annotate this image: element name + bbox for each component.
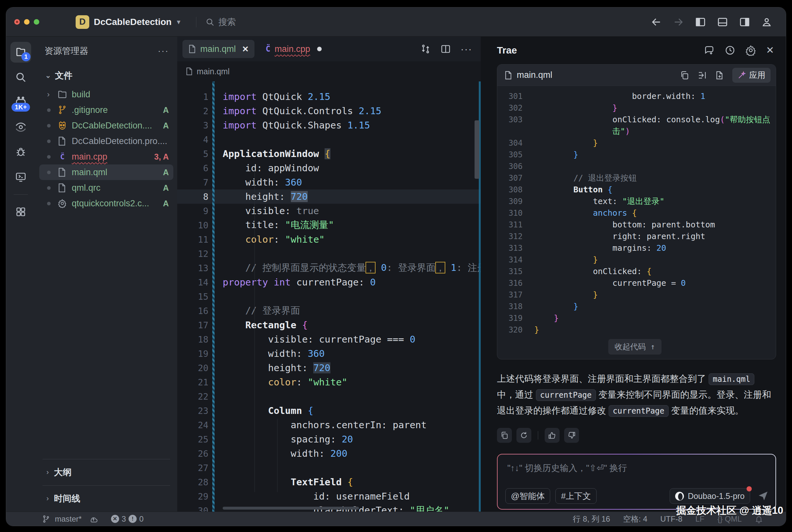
code-line-303[interactable]: 303 onClicked: console.log("帮助按钮点击") (497, 114, 773, 137)
compare-changes-icon[interactable] (420, 44, 431, 54)
gear-icon[interactable] (745, 45, 756, 56)
split-editor-icon[interactable] (440, 44, 451, 54)
code-line-3[interactable]: 3import QtQuick.Shapes 1.15 (177, 118, 481, 132)
code-line-4[interactable]: 4 (177, 132, 481, 147)
code-line-315[interactable]: 315 onClicked: { (497, 266, 773, 277)
thumbs-down-button[interactable] (564, 428, 579, 443)
breadcrumb[interactable]: main.qml (177, 61, 481, 81)
code-line-15[interactable]: 15 (177, 289, 481, 304)
problems-indicator[interactable]: ✕ 3 ! 0 (111, 514, 144, 524)
agent-chip[interactable]: @智能体 (505, 488, 550, 504)
thumbs-up-button[interactable] (545, 428, 559, 443)
code-line-16[interactable]: 16 // 登录界面 (177, 304, 481, 318)
code-line-21[interactable]: 21 color: "white" (177, 375, 481, 389)
new-file-icon[interactable] (715, 70, 724, 80)
code-line-318[interactable]: 318 } (497, 301, 773, 312)
code-line-19[interactable]: 19 width: 360 (177, 346, 481, 361)
context-chip[interactable]: #上下文 (555, 488, 596, 504)
code-line-311[interactable]: 311 bottom: parent.bottom (497, 219, 773, 231)
horizontal-scrollbar[interactable] (223, 507, 359, 510)
code-line-313[interactable]: 313 margins: 20 (497, 242, 773, 254)
code-line-305[interactable]: 305 } (497, 149, 773, 160)
sidebar-item-preview[interactable] (11, 117, 31, 137)
code-line-320[interactable]: 320} (497, 324, 773, 336)
code-line-23[interactable]: 23 Column { (177, 403, 481, 418)
timeline-section-header[interactable]: › 时间线 (35, 486, 177, 512)
cursor-position[interactable]: 行 8, 列 16 (573, 514, 610, 524)
code-line-308[interactable]: 308 Button { (497, 184, 773, 196)
code-line-12[interactable]: 12 (177, 247, 481, 261)
toggle-right-panel-button[interactable] (739, 17, 750, 27)
insert-code-icon[interactable] (697, 70, 707, 80)
more-actions-icon[interactable]: ··· (461, 43, 472, 55)
nav-back-button[interactable] (651, 17, 662, 27)
close-tab-icon[interactable]: ✕ (242, 44, 249, 54)
code-line-312[interactable]: 312 right: parent.right (497, 231, 773, 242)
code-line-307[interactable]: 307 // 退出登录按钮 (497, 172, 773, 184)
sidebar-item-debug[interactable] (11, 142, 31, 163)
code-line-314[interactable]: 314 } (497, 254, 773, 266)
code-line-13[interactable]: 13 // 控制界面显示的状态变量， 0: 登录界面， 1: 注册界面， (177, 261, 481, 275)
apply-code-button[interactable]: 应用 (732, 68, 771, 83)
tab-main-qml[interactable]: main.qml ✕ (182, 40, 255, 58)
code-line-11[interactable]: 11 color: "white" (177, 232, 481, 247)
code-line-20[interactable]: 20 height: 720 (177, 361, 481, 375)
file-tree-item-build[interactable]: ›build (39, 87, 173, 102)
file-tree-item-dccabledetection-pro-[interactable]: DcCableDetection.pro.... (39, 133, 173, 149)
regenerate-button[interactable] (516, 428, 531, 443)
sidebar-item-terminal[interactable] (11, 167, 31, 188)
nav-forward-button[interactable] (673, 17, 684, 27)
code-line-26[interactable]: 26 width: 200 (177, 446, 481, 461)
sidebar-item-explorer[interactable]: 1 (11, 42, 31, 63)
sidebar-item-extensions[interactable] (11, 202, 31, 222)
files-section-header[interactable]: ⌄ 文件 (35, 57, 177, 81)
toggle-left-panel-button[interactable] (695, 17, 706, 27)
close-panel-icon[interactable]: ✕ (766, 44, 774, 56)
code-line-2[interactable]: 2import QtQuick.Controls 2.15 (177, 104, 481, 118)
new-chat-icon[interactable] (704, 45, 715, 56)
file-tree-item-qml-qrc[interactable]: qml.qrcA (39, 180, 173, 196)
code-editor[interactable]: 1import QtQuick 2.152import QtQuick.Cont… (177, 81, 481, 512)
code-line-319[interactable]: 319 } (497, 312, 773, 324)
outline-section-header[interactable]: › 大纲 (35, 459, 177, 485)
code-line-310[interactable]: 310 anchors { (497, 207, 773, 219)
code-line-304[interactable]: 304 } (497, 137, 773, 149)
code-line-317[interactable]: 317 } (497, 289, 773, 301)
code-line-14[interactable]: 14property int currentPage: 0 (177, 275, 481, 289)
code-line-25[interactable]: 25 spacing: 20 (177, 432, 481, 446)
code-line-302[interactable]: 302 } (497, 102, 773, 114)
indentation[interactable]: 空格: 4 (623, 514, 648, 524)
file-tree-item-dccabledetection-[interactable]: DcCableDetection....A (39, 118, 173, 133)
code-line-316[interactable]: 316 currentPage = 0 (497, 277, 773, 289)
account-icon[interactable] (761, 17, 772, 27)
sidebar-item-search[interactable] (11, 67, 31, 88)
collapse-code-button[interactable]: 收起代码 ↑ (608, 339, 662, 355)
global-search[interactable]: 搜索 (205, 16, 236, 28)
history-icon[interactable] (724, 45, 736, 56)
code-line-9[interactable]: 9 visible: true (177, 204, 481, 218)
code-line-28[interactable]: 28 TextField { (177, 475, 481, 489)
project-switcher[interactable]: D DcCableDetection ▾ (76, 15, 181, 29)
code-line-18[interactable]: 18 visible: currentPage === 0 (177, 332, 481, 346)
maximize-window-button[interactable] (34, 19, 39, 25)
toggle-bottom-panel-button[interactable] (717, 17, 728, 27)
code-line-309[interactable]: 309 text: "退出登录" (497, 196, 773, 207)
sync-icon[interactable] (89, 514, 98, 524)
tab-main-cpp[interactable]: C̈ main.cpp (265, 44, 321, 54)
code-line-29[interactable]: 29 id: usernameField (177, 489, 481, 504)
copy-icon[interactable] (680, 70, 689, 80)
sidebar-item-ai-agent[interactable]: 1K+ (11, 92, 31, 113)
chat-input-box[interactable]: "↑↓" 切换历史输入，"⇧⏎" 换行 @智能体 #上下文 Doubao-1.5… (497, 454, 776, 510)
sidebar-more-button[interactable]: ··· (158, 46, 169, 56)
code-line-10[interactable]: 10 title: "电流测量" (177, 218, 481, 232)
file-tree-item--gitignore[interactable]: .gitignoreA (39, 102, 173, 118)
code-line-5[interactable]: 5ApplicationWindow { (177, 147, 481, 161)
code-line-7[interactable]: 7 width: 360 (177, 175, 481, 189)
code-line-306[interactable]: 306 (497, 160, 773, 172)
model-selector[interactable]: Doubao-1.5-pro (670, 488, 750, 504)
code-line-22[interactable]: 22 (177, 389, 481, 403)
vertical-scrollbar[interactable] (475, 120, 479, 179)
code-line-301[interactable]: 301 border.width: 1 (497, 91, 773, 102)
copy-message-button[interactable] (497, 428, 512, 443)
code-line-1[interactable]: 1import QtQuick 2.15 (177, 90, 481, 104)
